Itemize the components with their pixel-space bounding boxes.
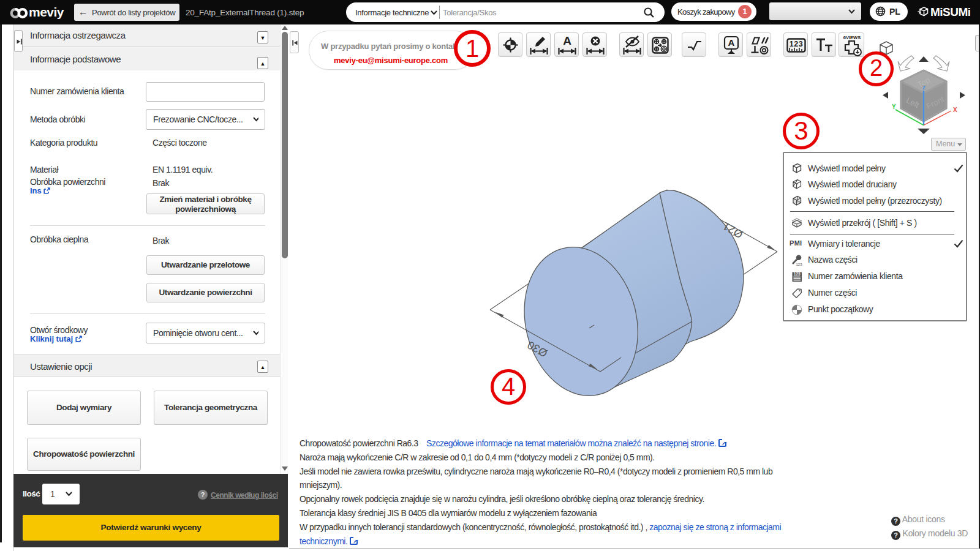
- svg-text:123: 123: [790, 40, 803, 48]
- svg-text:z: z: [922, 84, 925, 91]
- svg-text:123: 123: [794, 272, 801, 276]
- svg-text:123: 123: [796, 263, 803, 266]
- svg-text:X: X: [953, 107, 957, 113]
- svg-text:Y: Y: [892, 103, 896, 110]
- svg-text:A: A: [563, 36, 571, 47]
- svg-text:6VIEWS: 6VIEWS: [843, 35, 861, 40]
- svg-text:A: A: [728, 37, 735, 48]
